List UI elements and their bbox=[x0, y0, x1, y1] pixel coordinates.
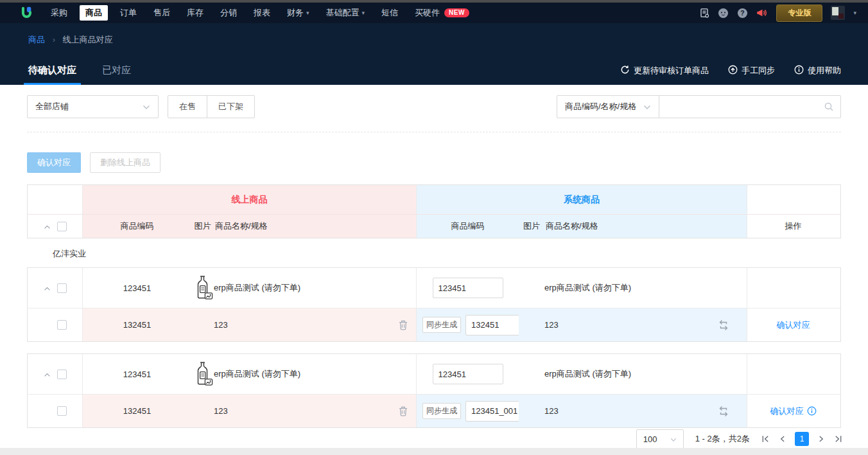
chat-icon[interactable] bbox=[718, 8, 729, 19]
tabs: 待确认对应 已对应 bbox=[28, 64, 157, 85]
report-doc-icon[interactable] bbox=[699, 8, 709, 18]
upload-circle-icon bbox=[728, 65, 738, 76]
nav-item-aftersale[interactable]: 售后 bbox=[145, 4, 178, 21]
online-name-value: 123 bbox=[214, 308, 416, 341]
online-pic-header: 图片 bbox=[191, 215, 214, 238]
nav-item-goods[interactable]: 商品 bbox=[80, 5, 108, 21]
product-image bbox=[191, 268, 214, 308]
breadcrumb: 商品 › 线上商品对应 bbox=[0, 23, 868, 46]
sync-generate-tag[interactable]: 同步生成 bbox=[422, 317, 461, 333]
account-caret-down-icon[interactable]: ▾ bbox=[853, 10, 856, 16]
nav-item-inventory[interactable]: 库存 bbox=[178, 4, 212, 21]
row-checkbox[interactable] bbox=[57, 283, 67, 293]
confirm-match-link[interactable]: 确认对应 bbox=[770, 406, 817, 417]
search-type-select[interactable]: 商品编码/名称/规格 bbox=[557, 95, 659, 118]
table-row: 123451 erp商品测试 (请勿下单) erp商品测试 (请勿下单) bbox=[28, 354, 840, 394]
product-group: 123451 erp商品测试 (请勿下单) erp商品测试 (请勿下单) bbox=[27, 353, 841, 428]
subrow-checkbox[interactable] bbox=[57, 320, 67, 330]
pagination-range: 1 - 2条，共2条 bbox=[695, 433, 750, 445]
nav-item-hardware[interactable]: 买硬件NEW bbox=[406, 4, 478, 21]
megaphone-icon[interactable] bbox=[756, 7, 768, 19]
nav-menu: 采购 商品 订单 售后 库存 分销 报表 财务▾ 基础配置▾ 短信 买硬件NEW bbox=[42, 4, 478, 21]
collapse-row-icon[interactable] bbox=[44, 283, 51, 293]
nav-right-cluster: ? 专业版 ▾ bbox=[699, 4, 856, 22]
sale-status-toggle: 在售 已下架 bbox=[168, 95, 255, 118]
chevron-down-icon bbox=[643, 102, 651, 112]
swap-icon[interactable] bbox=[717, 406, 730, 417]
delete-online-goods-button[interactable]: 删除线上商品 bbox=[90, 152, 161, 173]
page-header: 商品 › 线上商品对应 待确认对应 已对应 更新待审核订单商品 bbox=[0, 23, 868, 85]
row-checkbox[interactable] bbox=[57, 370, 67, 379]
caret-down-icon bbox=[670, 434, 677, 444]
bottom-gray-strip bbox=[0, 448, 868, 455]
nav-item-purchase[interactable]: 采购 bbox=[42, 4, 76, 21]
nav-item-orders[interactable]: 订单 bbox=[112, 4, 145, 21]
shop-select[interactable]: 全部店铺 bbox=[27, 95, 159, 118]
subrow-checkbox[interactable] bbox=[57, 406, 67, 416]
app-logo-icon[interactable] bbox=[19, 6, 33, 20]
pro-version-button[interactable]: 专业版 bbox=[776, 4, 822, 22]
last-page-icon[interactable] bbox=[834, 435, 842, 443]
online-code-value: 123451 bbox=[82, 268, 191, 308]
select-all-checkbox[interactable] bbox=[57, 222, 67, 231]
pager-controls: 1 bbox=[761, 432, 842, 446]
usage-help-link[interactable]: 使用帮助 bbox=[794, 65, 841, 76]
table-row: 123451 erp商品测试 (请勿下单) erp商品测试 (请勿下单) bbox=[28, 268, 840, 308]
bulk-actions: 确认对应 删除线上商品 bbox=[0, 132, 868, 173]
online-name-value: 123 bbox=[214, 395, 416, 427]
nav-item-sms[interactable]: 短信 bbox=[373, 4, 406, 21]
pagination-bar: 100 1 - 2条，共2条 1 bbox=[630, 428, 842, 450]
breadcrumb-current: 线上商品对应 bbox=[63, 35, 113, 44]
system-name-value: 123 bbox=[544, 308, 747, 341]
prev-page-icon[interactable] bbox=[779, 435, 785, 443]
table-subrow: 132451 123 同步生成 123 bbox=[28, 308, 840, 341]
trash-icon[interactable] bbox=[398, 406, 408, 416]
refresh-pending-orders-link[interactable]: 更新待审核订单商品 bbox=[620, 65, 709, 76]
match-table: 线上商品 系统商品 商品编码 图片 商品名称/规格 商品编码 图片 商品名称/规… bbox=[27, 184, 841, 428]
operation-header: 操作 bbox=[747, 215, 839, 238]
online-name-value: erp商品测试 (请勿下单) bbox=[214, 354, 416, 394]
nav-item-distribution[interactable]: 分销 bbox=[212, 4, 245, 21]
help-circle-icon[interactable]: ? bbox=[737, 8, 748, 19]
tab-matched[interactable]: 已对应 bbox=[102, 64, 131, 85]
online-code-header: 商品编码 bbox=[82, 215, 191, 238]
online-goods-section-header: 线上商品 bbox=[82, 185, 416, 214]
refresh-icon bbox=[620, 65, 630, 76]
new-badge: NEW bbox=[444, 8, 469, 17]
next-page-icon[interactable] bbox=[819, 435, 824, 443]
system-code-input[interactable] bbox=[433, 278, 503, 298]
tab-pending-match[interactable]: 待确认对应 bbox=[28, 64, 76, 85]
page-size-select[interactable]: 100 bbox=[636, 429, 684, 449]
nav-item-finance[interactable]: 财务▾ bbox=[279, 4, 318, 21]
system-name-header: 商品名称/规格 bbox=[544, 215, 747, 238]
system-code-input[interactable] bbox=[433, 364, 503, 384]
on-sale-button[interactable]: 在售 bbox=[168, 95, 207, 118]
trash-icon[interactable] bbox=[398, 319, 408, 330]
info-circle-icon[interactable] bbox=[807, 406, 817, 416]
online-code-value: 123451 bbox=[82, 354, 191, 394]
manual-sync-link[interactable]: 手工同步 bbox=[728, 65, 775, 76]
collapse-all-icon[interactable] bbox=[44, 222, 51, 231]
system-goods-section-header: 系统商品 bbox=[416, 185, 747, 214]
breadcrumb-root[interactable]: 商品 bbox=[28, 35, 45, 44]
system-code-header: 商品编码 bbox=[416, 215, 519, 238]
swap-icon[interactable] bbox=[717, 319, 730, 331]
svg-text:?: ? bbox=[741, 10, 745, 17]
online-name-value: erp商品测试 (请勿下单) bbox=[214, 268, 416, 308]
off-shelf-button[interactable]: 已下架 bbox=[207, 95, 255, 118]
first-page-icon[interactable] bbox=[761, 435, 770, 443]
avatar[interactable] bbox=[831, 6, 845, 20]
search-icon[interactable] bbox=[824, 102, 834, 114]
product-image bbox=[191, 354, 214, 394]
bottle-icon bbox=[191, 274, 214, 301]
nav-item-reports[interactable]: 报表 bbox=[245, 4, 279, 21]
confirm-match-button[interactable]: 确认对应 bbox=[27, 152, 81, 173]
confirm-match-link[interactable]: 确认对应 bbox=[777, 319, 810, 331]
search-input[interactable] bbox=[659, 95, 841, 118]
system-pic-header: 图片 bbox=[519, 215, 544, 238]
collapse-row-icon[interactable] bbox=[44, 370, 51, 379]
current-page-button[interactable]: 1 bbox=[795, 432, 809, 446]
online-code-value: 132451 bbox=[82, 308, 191, 341]
sync-generate-tag[interactable]: 同步生成 bbox=[422, 403, 461, 419]
nav-item-config[interactable]: 基础配置▾ bbox=[318, 4, 374, 21]
